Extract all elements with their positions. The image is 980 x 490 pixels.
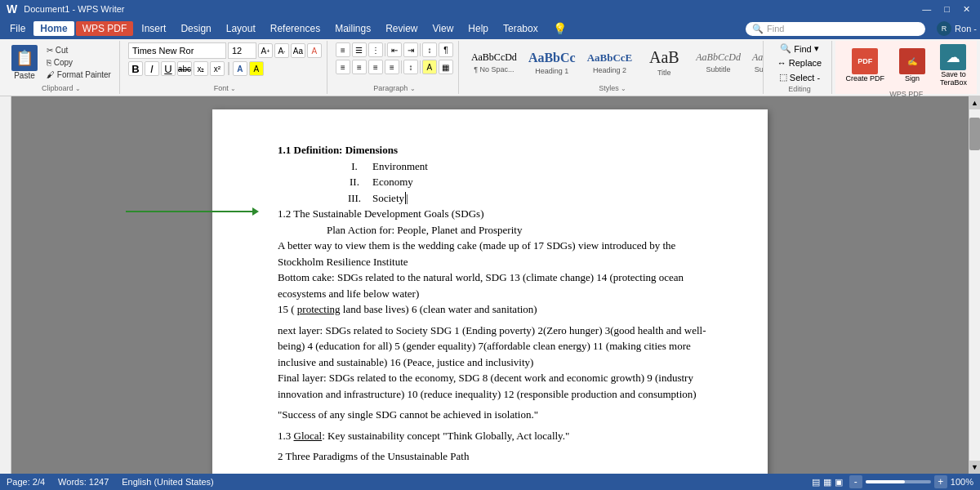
menu-design[interactable]: Design bbox=[174, 21, 217, 36]
style-heading1[interactable]: AaBbCc Heading 1 bbox=[524, 42, 580, 82]
zoom-slider[interactable] bbox=[866, 480, 931, 483]
save-terabox-label: Save to bbox=[941, 70, 966, 78]
avatar: R bbox=[937, 21, 951, 36]
highlight-button[interactable]: A bbox=[249, 61, 264, 76]
minimize-btn[interactable]: — bbox=[919, 4, 934, 15]
cut-button[interactable]: ✂ Cut bbox=[43, 45, 114, 56]
font-label: Font ⌄ bbox=[214, 82, 237, 92]
view-web-button[interactable]: ▦ bbox=[823, 477, 831, 488]
search-bar[interactable]: 🔍 Find bbox=[746, 22, 925, 36]
style-title-label: Title bbox=[657, 69, 671, 77]
change-case-button[interactable]: Aa bbox=[291, 43, 305, 58]
align-left-button[interactable]: ≡ bbox=[336, 60, 350, 74]
numbering-button[interactable]: ☰ bbox=[352, 42, 367, 57]
copy-button[interactable]: ⎘ Copy bbox=[43, 57, 114, 68]
document-area: 1.1 Definition: Dimensions I. Environmen… bbox=[11, 96, 969, 474]
sort-button[interactable]: ↕ bbox=[422, 42, 437, 57]
status-bar: Page: 2/4 Words: 1247 English (United St… bbox=[0, 474, 980, 490]
arrow-head bbox=[252, 207, 259, 216]
sign-button[interactable]: ✍ Sign bbox=[894, 47, 930, 84]
shrink-font-button[interactable]: A- bbox=[274, 43, 289, 58]
border-button[interactable]: ▦ bbox=[439, 60, 453, 74]
divider bbox=[420, 43, 421, 56]
text-color-button[interactable]: A bbox=[233, 61, 247, 76]
view-print-button[interactable]: ▤ bbox=[812, 477, 820, 488]
user-name[interactable]: Ron - bbox=[955, 24, 977, 33]
menu-mailings[interactable]: Mailings bbox=[328, 21, 377, 36]
font-size-input[interactable] bbox=[228, 42, 256, 59]
user-menu[interactable]: R Ron - bbox=[937, 21, 977, 36]
menu-terabox[interactable]: Terabox bbox=[497, 21, 545, 36]
style-no-space[interactable]: AaBbCcDd ¶ No Spac... bbox=[467, 42, 521, 82]
zoom-out-button[interactable]: - bbox=[849, 475, 862, 488]
menu-home[interactable]: Home bbox=[33, 21, 74, 36]
strikethrough-button[interactable]: abc bbox=[177, 61, 192, 76]
select-icon: ⬚ bbox=[779, 72, 787, 82]
menu-file[interactable]: File bbox=[3, 21, 32, 36]
view-read-button[interactable]: ▣ bbox=[835, 477, 843, 488]
font-name-input[interactable] bbox=[128, 42, 226, 59]
show-formatting-button[interactable]: ¶ bbox=[439, 42, 453, 57]
menu-references[interactable]: References bbox=[264, 21, 327, 36]
scroll-track bbox=[969, 109, 980, 461]
superscript-button[interactable]: x² bbox=[210, 61, 225, 76]
align-right-button[interactable]: ≡ bbox=[368, 60, 383, 74]
subscript-button[interactable]: x₂ bbox=[194, 61, 208, 76]
increase-indent-button[interactable]: ⇥ bbox=[403, 42, 418, 57]
roman-list: I. Environment II. Economy III. Society| bbox=[343, 158, 719, 207]
menu-wps-pdf[interactable]: WPS PDF bbox=[76, 21, 134, 36]
menu-layout[interactable]: Layout bbox=[220, 21, 262, 36]
underline-button[interactable]: U bbox=[161, 61, 176, 76]
menu-review[interactable]: Review bbox=[379, 21, 424, 36]
menu-view[interactable]: View bbox=[426, 21, 461, 36]
right-scrollbar[interactable]: ▲ ▼ bbox=[969, 96, 980, 474]
maximize-btn[interactable]: □ bbox=[941, 4, 953, 15]
justify-button[interactable]: ≡ bbox=[385, 60, 399, 74]
scroll-up-button[interactable]: ▲ bbox=[969, 96, 980, 109]
italic-button[interactable]: I bbox=[145, 61, 159, 76]
underline-protecting: protecting bbox=[297, 303, 341, 315]
format-painter-icon: 🖌 bbox=[47, 70, 55, 79]
list-num-1: I. bbox=[343, 158, 366, 175]
multilevel-list-button[interactable]: ⋮ bbox=[368, 42, 383, 57]
line-spacing-button[interactable]: ↕ bbox=[403, 60, 418, 74]
bold-button[interactable]: B bbox=[128, 61, 143, 76]
menu-insert[interactable]: Insert bbox=[135, 21, 172, 36]
zoom-controls[interactable]: - + 100% bbox=[849, 475, 973, 488]
grow-font-button[interactable]: A+ bbox=[258, 43, 273, 58]
format-painter-button[interactable]: 🖌 Format Painter bbox=[43, 69, 114, 80]
scroll-thumb[interactable] bbox=[969, 118, 980, 150]
create-pdf-button[interactable]: PDF Create PDF bbox=[840, 47, 889, 84]
replace-button[interactable]: ↔ Replace bbox=[774, 57, 825, 69]
save-terabox-button[interactable]: ☁ Save to TeraBox bbox=[935, 42, 972, 88]
clipboard-group: 📋 Paste ✂ Cut ⎘ Copy 🖌 Format Painter Cl… bbox=[3, 41, 120, 94]
scroll-down-button[interactable]: ▼ bbox=[969, 461, 980, 474]
bullets-button[interactable]: ≡ bbox=[336, 42, 350, 57]
select-button[interactable]: ⬚ Select - bbox=[776, 71, 823, 83]
close-btn[interactable]: ✕ bbox=[960, 4, 973, 15]
menu-help[interactable]: Help bbox=[461, 21, 495, 36]
search-icon: 🔍 bbox=[752, 24, 764, 34]
para-glocal: 1.3 Glocal: Key sustainability concept "… bbox=[278, 428, 719, 444]
find-dropdown-icon[interactable]: ▾ bbox=[814, 43, 819, 54]
para-15: 15 ( protecting land base lives) 6 (clea… bbox=[278, 301, 719, 318]
decrease-indent-button[interactable]: ⇤ bbox=[387, 42, 402, 57]
style-subtle-emphasis[interactable]: AaBbCcDd Subtle Em... bbox=[748, 42, 764, 82]
style-title[interactable]: AaB Title bbox=[639, 42, 688, 82]
sign-label: Sign bbox=[905, 74, 920, 82]
clear-format-button[interactable]: A bbox=[307, 43, 322, 58]
para-wedding-cake: A better way to view them is the wedding… bbox=[278, 238, 719, 270]
paste-label: Paste bbox=[14, 71, 35, 80]
window-controls[interactable]: — □ ✕ bbox=[919, 4, 973, 15]
list-text-1: Environment bbox=[372, 158, 428, 175]
left-scrollbar[interactable] bbox=[0, 96, 11, 474]
shading-button[interactable]: A bbox=[422, 60, 437, 74]
title-bar: W Document1 - WPS Writer — □ ✕ bbox=[0, 0, 980, 18]
align-center-button[interactable]: ≡ bbox=[352, 60, 367, 74]
paste-button[interactable]: 📋 Paste bbox=[8, 43, 41, 82]
style-heading2[interactable]: AaBbCcE Heading 2 bbox=[583, 42, 637, 82]
style-subtitle[interactable]: AaBbCcDd Subtitle bbox=[692, 42, 745, 82]
style-normal[interactable]: AaBbCcDd ¶ Normal bbox=[462, 42, 464, 82]
zoom-in-button[interactable]: + bbox=[934, 475, 947, 488]
find-button[interactable]: 🔍 Find ▾ bbox=[777, 42, 822, 55]
